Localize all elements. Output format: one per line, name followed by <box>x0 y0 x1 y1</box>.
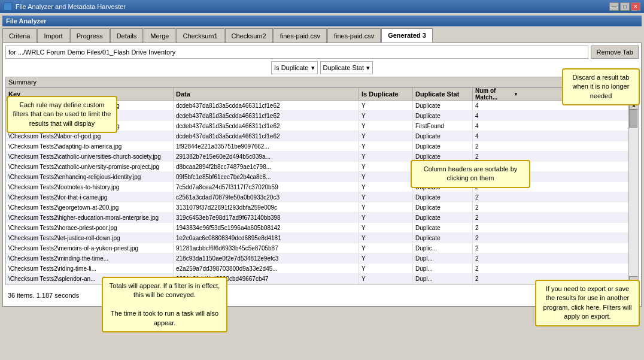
cell-dup-stat: Duplicate <box>413 233 473 243</box>
tab-details[interactable]: Details <box>110 28 144 43</box>
callout-export: If you need to export or save the result… <box>535 280 640 326</box>
sort-arrow-numatch: ▼ <box>514 92 518 97</box>
cell-data: 3131079f37d22891f293dbfa259e009c <box>174 202 359 212</box>
cell-is-dup: Y <box>359 264 413 273</box>
cell-is-dup: Y <box>359 253 413 263</box>
col-num-match[interactable]: Num of Match...▼ <box>473 88 521 100</box>
tab-generated3[interactable]: Generated 3 <box>381 28 433 43</box>
cell-num-match: 2 <box>473 213 521 222</box>
cell-is-dup: Y <box>359 172 413 181</box>
table-row[interactable]: \Checksum Tests2\memoirs-of-a-yukon-prie… <box>6 243 638 253</box>
tab-fines-paid-1[interactable]: fines-paid.csv <box>274 28 327 43</box>
cell-dup-stat: FirstFound <box>413 121 473 131</box>
window-title: File Analyzer and Metadata Harvester <box>16 3 126 10</box>
vertical-scrollbar[interactable]: ▲ ▼ <box>628 100 638 285</box>
cell-data: c2561a3cdad70879fe50a0b0933c20c3 <box>174 192 359 202</box>
cell-data: 291382b7e15e60e2d494b5c039a... <box>174 152 359 161</box>
cell-dup-stat: Duplicate <box>413 141 473 151</box>
minimize-button[interactable]: — <box>609 2 619 11</box>
tab-import[interactable]: Import <box>37 28 69 43</box>
tab-progress[interactable]: Progress <box>70 28 110 43</box>
callout-totals-text: Totals will appear. If a filter is in ef… <box>110 282 220 326</box>
cell-num-match: 2 <box>473 202 521 212</box>
cell-key: \Checksum Tests2\higher-education-moral-… <box>6 213 174 222</box>
table-row[interactable]: \Checksum Tests2\riding-time-li... e2a25… <box>6 264 638 274</box>
tab-merge[interactable]: Merge <box>144 28 175 43</box>
callout-filter-explanation: Each rule may define custom filters that… <box>7 96 117 133</box>
table-row[interactable]: \Checksum Tests2\georgetown-at-200.jpg 3… <box>6 202 638 213</box>
cell-key: \Checksum Tests2\let-justice-roll-down.j… <box>6 233 174 243</box>
panel-title: File Analyzer <box>2 16 642 26</box>
remove-tab-button[interactable]: Remove Tab <box>591 46 639 59</box>
scroll-track[interactable] <box>629 110 638 276</box>
table-row[interactable]: \Checksum Tests2\catholic-university-pro… <box>6 162 638 172</box>
callout-totals: Totals will appear. If a filter is in ef… <box>102 277 227 332</box>
cell-dup-stat: Dupl... <box>413 284 473 285</box>
summary-bar: Summary <box>5 77 639 87</box>
cell-data: 319c6453eb7e98d17ad9f673140bb398 <box>174 213 359 222</box>
cell-key: \Checksum Tests2\memoirs-of-a-yukon-prie… <box>6 243 174 253</box>
table-row[interactable]: \Checksum Tests2\adapting-to-america.jpg… <box>6 141 638 152</box>
cell-dup-stat: Duplicate <box>413 202 473 212</box>
cell-is-dup: Y <box>359 192 413 202</box>
cell-num-match: 4 <box>473 111 521 120</box>
cell-num-match: 2 <box>473 243 521 253</box>
cell-key: \Checksum Tests2\catholic-university-pro… <box>6 162 174 171</box>
cell-num-match: 4 <box>473 131 521 141</box>
cell-data: 218c93da1150ae0f2e7d534812e9efc3 <box>174 253 359 263</box>
col-data[interactable]: Data <box>174 88 359 100</box>
cell-num-match: 2 <box>473 141 521 151</box>
tab-checksum2[interactable]: Checksum2 <box>225 28 273 43</box>
cell-is-dup: Y <box>359 182 413 192</box>
cell-num-match: 4 <box>473 121 521 131</box>
callout-columns: Column headers are sortable by clicking … <box>411 160 530 188</box>
cell-key: \Checksum Tests2\enhancing-religious-ide… <box>6 172 174 181</box>
cell-is-dup: Y <box>359 243 413 253</box>
duplicate-stat-filter[interactable]: Duplicate Stat ▾ <box>320 61 373 74</box>
title-bar: File Analyzer and Metadata Harvester — □… <box>0 0 644 13</box>
cell-key: \Checksum Tests2\adapting-to-america.jpg <box>6 141 174 151</box>
table-row[interactable]: \Checksum Tests2\enhancing-religious-ide… <box>6 172 638 182</box>
status-text: 36 items. 1.187 seconds <box>8 292 79 299</box>
cell-num-match: 2 <box>473 233 521 243</box>
cell-dup-stat: Duplicate <box>413 111 473 120</box>
cell-data: dcdeb437da81d3a5cdda466311cf1e62 <box>174 121 359 131</box>
app-icon <box>4 2 12 11</box>
table-row[interactable]: \Checksum Tests2\catholic-universities-c… <box>6 152 638 162</box>
tab-checksum1[interactable]: Checksum1 <box>176 28 224 43</box>
cell-data: d8bcaa2894f2b8cc74879ae1c798... <box>174 162 359 171</box>
cell-dup-stat: Duplicate <box>413 101 473 110</box>
cell-key: \Checksum Tests2\footnotes-to-history.jp… <box>6 182 174 192</box>
cell-dup-stat: Duplicate <box>413 213 473 222</box>
scroll-thumb[interactable] <box>629 110 637 128</box>
tab-fines-paid-2[interactable]: fines-paid.csv <box>327 28 381 43</box>
cell-num-match: 4 <box>473 101 521 110</box>
cell-data: dcdeb437da81d3a5cdda466311cf1e62 <box>174 111 359 120</box>
maximize-button[interactable]: □ <box>620 2 630 11</box>
cell-data: 1943834e96f53d5c1996a4a605b08142 <box>174 223 359 232</box>
table-row[interactable]: \Checksum Tests2\let-justice-roll-down.j… <box>6 233 638 243</box>
path-input[interactable] <box>5 46 588 59</box>
cell-is-dup: Y <box>359 141 413 151</box>
table-row[interactable]: \Checksum Tests2\footnotes-to-history.jp… <box>6 182 638 192</box>
table-row[interactable]: \Checksum Tests2\for-that-i-came.jpg c25… <box>6 192 638 202</box>
table-row[interactable]: \Checksum Tests2\higher-education-moral-… <box>6 213 638 223</box>
cell-is-dup: Y <box>359 274 413 283</box>
table-row[interactable]: \Checksum Tests2\horace-priest-poor.jpg … <box>6 223 638 233</box>
table-row[interactable]: \Checksum Tests2\minding-the-time... 218… <box>6 253 638 264</box>
cell-is-dup: Y <box>359 213 413 222</box>
close-button[interactable]: ✕ <box>631 2 640 11</box>
cell-key: \Checksum Tests2\riding-time-li... <box>6 264 174 273</box>
cell-num-match: 2 <box>473 274 521 283</box>
col-dup-stat[interactable]: Duplicate Stat <box>413 88 473 100</box>
is-duplicate-filter[interactable]: Is Duplicate ▾ <box>271 61 317 74</box>
tabs-row: Criteria Import Progress Details Merge C… <box>2 28 642 43</box>
cell-is-dup: Y <box>359 233 413 243</box>
tab-criteria[interactable]: Criteria <box>2 28 37 43</box>
cell-is-dup: Y <box>359 202 413 212</box>
col-is-dup[interactable]: Is Duplicate <box>359 88 413 100</box>
content-area: Remove Tab Is Duplicate ▾ Duplicate Stat… <box>2 43 642 307</box>
cell-is-dup: Y <box>359 284 413 285</box>
cell-key: \Checksum Tests2\catholic-universities-c… <box>6 152 174 161</box>
filter-dropdown-arrow-2: ▾ <box>366 64 370 72</box>
